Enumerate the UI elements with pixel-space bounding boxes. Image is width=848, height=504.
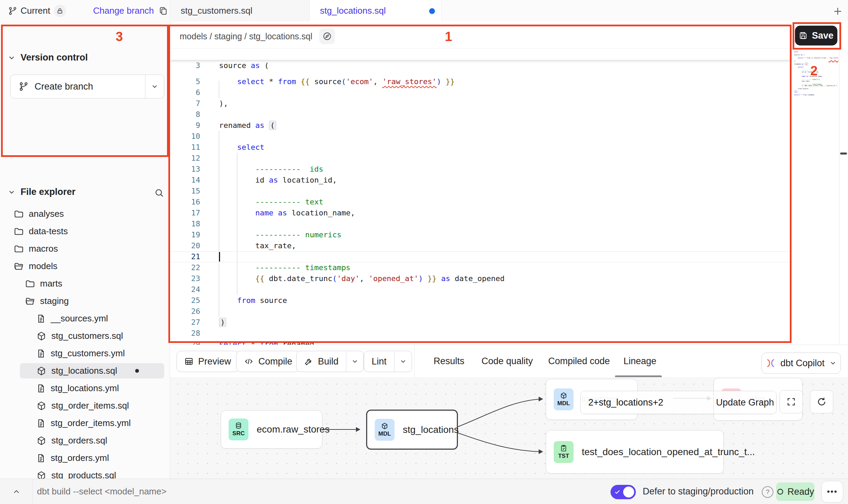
refresh-button[interactable]: [810, 390, 833, 413]
code-line-24[interactable]: 24: [170, 284, 791, 295]
lineage-node-test[interactable]: TST test_does_location_opened_at_trunc_t…: [546, 430, 724, 474]
code-line-19[interactable]: 19 ---------- numerics: [170, 229, 791, 240]
tab-compiled-code[interactable]: Compiled code: [548, 345, 610, 377]
create-branch-button[interactable]: Create branch: [10, 75, 164, 98]
code-line-17[interactable]: 17 name as location_name,: [170, 208, 791, 218]
code-line-13[interactable]: 13 ---------- ids: [170, 164, 791, 175]
file-tree-item-models[interactable]: models: [0, 257, 170, 275]
version-control-header[interactable]: Version control: [8, 52, 88, 63]
code-line-27[interactable]: 27): [170, 317, 791, 328]
code-line-22[interactable]: 22 ---------- timestamps: [170, 262, 791, 273]
clipboard-check-icon: [560, 445, 567, 452]
file-tree-item-stg-locations-sql[interactable]: stg_locations.sql: [0, 362, 170, 380]
lineage-node-source[interactable]: SRC ecom.raw_stores: [221, 410, 322, 449]
fullscreen-icon: [786, 397, 796, 407]
lineage-node-stg-locations[interactable]: MDL stg_locations: [366, 410, 458, 450]
code-line-14[interactable]: 14 id as location_id,: [170, 175, 791, 186]
code-line-8[interactable]: 8: [170, 109, 791, 120]
tab-stg-customers[interactable]: stg_customers.sql: [170, 0, 310, 22]
dbt-copilot-button[interactable]: dbt Copilot: [761, 353, 841, 374]
file-name: stg_orders.sql: [51, 435, 107, 446]
file-tree-item-data-tests[interactable]: data-tests: [0, 223, 170, 240]
file-tree-item-stg-order-items-yml[interactable]: stg_order_items.yml: [0, 414, 170, 432]
sidebar: Version control Create branch File explo…: [0, 22, 170, 479]
code-line-20[interactable]: 20 tax_rate,: [170, 240, 791, 251]
new-tab-button[interactable]: [831, 4, 845, 18]
check-icon: [614, 489, 620, 495]
tab-stg-locations[interactable]: stg_locations.sql: [310, 0, 441, 22]
code-line-10[interactable]: 10: [170, 131, 791, 142]
code-line-11[interactable]: 11 select: [170, 142, 791, 153]
code-line-6[interactable]: 6: [170, 87, 791, 98]
file-icon: [36, 314, 46, 323]
file-explorer-header[interactable]: File explorer: [8, 187, 76, 197]
file-tree-item-analyses[interactable]: analyses: [0, 205, 170, 223]
folder-icon: [14, 244, 24, 254]
file-name: analyses: [29, 209, 64, 219]
code-line-18[interactable]: 18: [170, 218, 791, 229]
file-name: stg_customers.sql: [51, 331, 123, 341]
model-icon: [36, 331, 47, 341]
more-options-button[interactable]: •••: [821, 481, 843, 503]
lineage-canvas[interactable]: SRC ecom.raw_stores MDL stg_locations MD…: [170, 377, 848, 479]
file-tree-item-stg-customers-sql[interactable]: stg_customers.sql: [0, 327, 170, 345]
file-tree-item-macros[interactable]: macros: [0, 240, 170, 257]
lineage-selector-input[interactable]: 2+stg_locations+2: [581, 391, 714, 414]
code-line-9[interactable]: 9renamed as (: [170, 120, 791, 131]
code-line-26[interactable]: 26: [170, 306, 791, 317]
code-line-15[interactable]: 15: [170, 186, 791, 197]
update-graph-button[interactable]: Update Graph: [714, 391, 776, 414]
code-line-28[interactable]: 28: [170, 328, 791, 339]
lineage-controls: 2+stg_locations+2 Update Graph: [580, 391, 776, 414]
preview-button[interactable]: Preview: [177, 351, 239, 372]
build-button[interactable]: Build: [296, 351, 364, 372]
build-dropdown[interactable]: [346, 351, 363, 372]
file-icon: [36, 349, 46, 358]
code-line-16[interactable]: 16 ---------- text: [170, 197, 791, 208]
command-input[interactable]: dbt build --select <model_name>: [37, 479, 167, 504]
ready-status-badge[interactable]: Ready: [776, 482, 814, 501]
file-tree-item-stg-customers-yml[interactable]: stg_customers.yml: [0, 345, 170, 362]
fullscreen-button[interactable]: [780, 390, 803, 413]
file-name: stg_locations.yml: [51, 383, 119, 394]
divider: [414, 345, 415, 377]
scroll-indicator[interactable]: [840, 152, 847, 155]
code-line-12[interactable]: 12: [170, 153, 791, 164]
overview-ruler[interactable]: [839, 22, 848, 345]
folder-open-icon: [25, 296, 35, 306]
command-bar-expand[interactable]: [0, 479, 33, 504]
file-tree-item-staging[interactable]: staging: [0, 292, 170, 310]
create-branch-dropdown[interactable]: [145, 75, 164, 98]
folder-icon: [25, 279, 35, 289]
code-editor[interactable]: 5 select * from {{ source('ecom', 'raw_s…: [170, 48, 793, 345]
file-tree-item-stg-locations-yml[interactable]: stg_locations.yml: [0, 380, 170, 397]
current-branch-selector[interactable]: Current: [8, 0, 66, 22]
tab-results[interactable]: Results: [434, 345, 464, 377]
compile-button[interactable]: Compile: [236, 351, 300, 372]
defer-toggle[interactable]: [611, 485, 636, 499]
file-name: stg_customers.yml: [51, 348, 125, 359]
tab-code-quality[interactable]: Code quality: [481, 345, 533, 377]
change-branch-link[interactable]: Change branch: [93, 0, 168, 22]
lint-button[interactable]: Lint: [364, 351, 412, 372]
file-tree-item-stg-order-items-sql[interactable]: stg_order_items.sql: [0, 397, 170, 414]
file-tree-item-stg-orders-yml[interactable]: stg_orders.yml: [0, 449, 170, 467]
file-search-icon[interactable]: [154, 188, 164, 198]
code-line-29[interactable]: 29select * from renamed: [170, 339, 791, 345]
code-line-7[interactable]: 7),: [170, 98, 791, 109]
save-button[interactable]: Save: [795, 26, 837, 45]
file-tree-item--sources-yml[interactable]: __sources.yml: [0, 310, 170, 327]
file-tree-item-stg-orders-sql[interactable]: stg_orders.sql: [0, 432, 170, 449]
minimap[interactable]: with source as ( select * from {{ source…: [794, 51, 838, 97]
code-line-5[interactable]: 5 select * from {{ source('ecom', 'raw_s…: [170, 76, 791, 87]
code-line-23[interactable]: 23 {{ dbt.date_trunc('day', 'opened_at')…: [170, 273, 791, 284]
file-icon: [36, 384, 46, 393]
model-icon: [36, 436, 47, 446]
lint-dropdown[interactable]: [394, 351, 412, 372]
code-line-25[interactable]: 25 from source: [170, 295, 791, 306]
copilot-compass-icon[interactable]: [319, 28, 335, 44]
help-icon[interactable]: ?: [762, 486, 773, 498]
unsaved-dot-icon: [429, 8, 435, 14]
file-tree-item-marts[interactable]: marts: [0, 275, 170, 292]
tab-lineage[interactable]: Lineage: [624, 345, 656, 377]
